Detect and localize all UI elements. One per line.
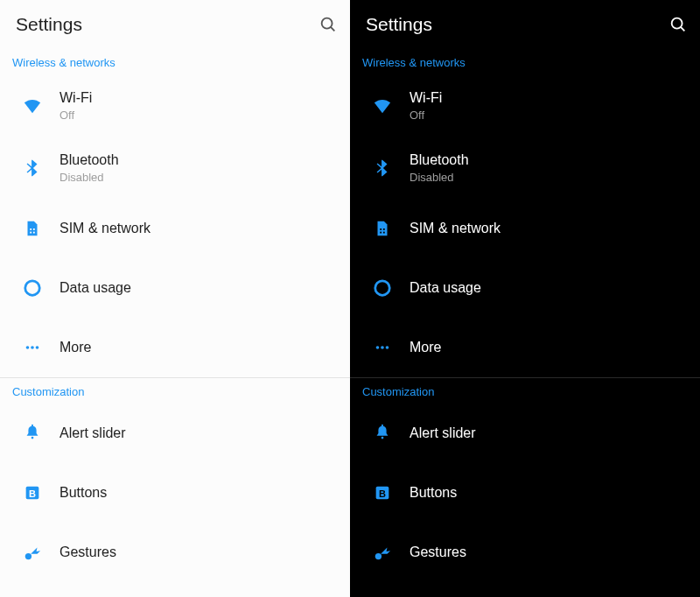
bluetooth-title: Bluetooth	[410, 151, 688, 169]
sim-row[interactable]: SIM & network	[350, 199, 700, 258]
header: Settings	[0, 0, 350, 49]
svg-rect-4	[30, 232, 32, 234]
svg-rect-26	[382, 425, 383, 427]
bluetooth-row[interactable]: Bluetooth Disabled	[350, 137, 700, 199]
svg-rect-2	[30, 228, 32, 230]
sim-title: SIM & network	[410, 220, 688, 237]
svg-point-22	[376, 346, 380, 349]
buttons-icon: B	[362, 483, 402, 502]
bluetooth-sub: Disabled	[60, 171, 338, 184]
buttons-row[interactable]: B Buttons	[0, 463, 350, 523]
svg-rect-19	[380, 232, 382, 234]
svg-point-15	[672, 18, 682, 29]
svg-rect-3	[33, 228, 35, 230]
gestures-icon	[362, 543, 402, 562]
header: Settings	[350, 0, 700, 49]
page-title: Settings	[366, 14, 668, 35]
buttons-title: Buttons	[410, 484, 688, 502]
data-usage-title: Data usage	[410, 279, 688, 297]
search-icon[interactable]	[318, 15, 338, 34]
svg-point-21	[375, 281, 390, 296]
section-wireless-label: Wireless & networks	[350, 49, 700, 74]
search-icon[interactable]	[668, 15, 688, 34]
settings-panel-dark: Settings Wireless & networks Wi-Fi Off B…	[350, 0, 700, 597]
data-usage-title: Data usage	[60, 279, 338, 297]
svg-point-9	[36, 346, 39, 349]
bluetooth-row[interactable]: Bluetooth Disabled	[0, 137, 350, 199]
svg-point-24	[386, 346, 389, 349]
bluetooth-icon	[12, 158, 52, 178]
buttons-icon: B	[12, 483, 52, 502]
data-usage-icon	[362, 278, 402, 298]
alert-slider-row[interactable]: Alert slider	[0, 404, 350, 463]
page-title: Settings	[16, 14, 318, 35]
data-usage-row[interactable]: Data usage	[350, 258, 700, 318]
svg-point-7	[26, 346, 30, 349]
sim-icon	[362, 219, 402, 238]
wifi-title: Wi-Fi	[410, 89, 688, 107]
more-title: More	[410, 339, 688, 356]
sim-title: SIM & network	[60, 220, 338, 237]
svg-text:B: B	[29, 488, 36, 499]
data-usage-icon	[12, 278, 52, 298]
sim-icon	[12, 219, 52, 238]
svg-rect-20	[383, 232, 385, 234]
wifi-sub: Off	[410, 109, 688, 122]
settings-panel-light: Settings Wireless & networks Wi-Fi Off B…	[0, 0, 350, 597]
wifi-sub: Off	[60, 109, 338, 122]
sim-row[interactable]: SIM & network	[0, 199, 350, 258]
wifi-row[interactable]: Wi-Fi Off	[0, 74, 350, 137]
svg-point-29	[375, 553, 382, 559]
bluetooth-icon	[362, 158, 402, 178]
wifi-row[interactable]: Wi-Fi Off	[350, 74, 700, 137]
wifi-title: Wi-Fi	[60, 89, 338, 107]
bluetooth-title: Bluetooth	[60, 151, 338, 169]
svg-rect-10	[32, 437, 34, 439]
svg-point-0	[322, 18, 332, 29]
svg-rect-11	[32, 425, 33, 427]
gestures-row[interactable]: Gestures	[0, 523, 350, 582]
alert-slider-icon	[12, 424, 52, 443]
svg-text:B: B	[379, 488, 386, 499]
svg-point-8	[31, 346, 34, 349]
buttons-title: Buttons	[60, 484, 338, 502]
section-wireless-label: Wireless & networks	[0, 49, 350, 74]
svg-line-1	[331, 27, 334, 31]
more-title: More	[60, 339, 338, 356]
svg-line-16	[681, 27, 684, 31]
more-row[interactable]: More	[350, 318, 700, 377]
svg-rect-18	[383, 228, 385, 230]
gestures-icon	[12, 543, 52, 562]
bluetooth-sub: Disabled	[410, 171, 688, 184]
alert-slider-icon	[362, 424, 402, 443]
more-icon	[12, 338, 52, 357]
data-usage-row[interactable]: Data usage	[0, 258, 350, 318]
svg-rect-25	[382, 437, 384, 439]
svg-point-14	[25, 553, 32, 559]
svg-point-23	[381, 346, 384, 349]
gestures-title: Gestures	[60, 544, 338, 561]
svg-rect-17	[380, 228, 382, 230]
wifi-icon	[12, 96, 52, 116]
alert-slider-row[interactable]: Alert slider	[350, 404, 700, 463]
gestures-title: Gestures	[410, 544, 688, 561]
alert-slider-title: Alert slider	[60, 425, 338, 442]
more-icon	[362, 338, 402, 357]
section-customization-label: Customization	[350, 378, 700, 404]
gestures-row[interactable]: Gestures	[350, 523, 700, 582]
alert-slider-title: Alert slider	[410, 425, 688, 442]
buttons-row[interactable]: B Buttons	[350, 463, 700, 523]
section-customization-label: Customization	[0, 378, 350, 404]
wifi-icon	[362, 96, 402, 116]
more-row[interactable]: More	[0, 318, 350, 377]
svg-rect-5	[33, 232, 35, 234]
